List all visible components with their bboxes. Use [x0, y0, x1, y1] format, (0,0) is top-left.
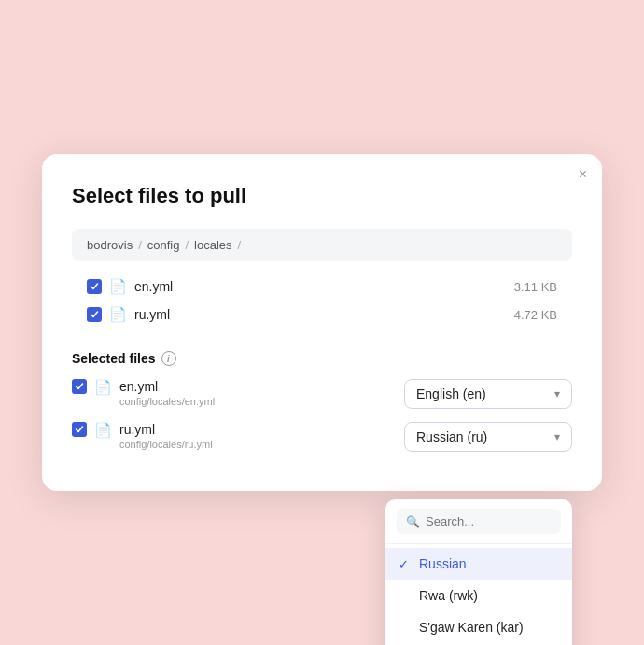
selected-files-section: Selected files i: [72, 351, 572, 366]
option-label: Russian: [419, 556, 467, 571]
breadcrumb-sep: /: [138, 238, 142, 252]
selected-checkbox-en[interactable]: [72, 379, 87, 394]
selected-file-name: en.yml: [119, 379, 215, 394]
selected-checkbox-ru[interactable]: [72, 422, 87, 437]
chevron-down-icon: ▾: [554, 430, 560, 443]
search-icon: 🔍: [406, 515, 420, 528]
breadcrumb-part: bodrovis: [87, 238, 133, 252]
breadcrumb-sep: /: [185, 238, 189, 252]
selected-file-row-en: 📄 en.yml config/locales/en.yml English (…: [72, 379, 572, 409]
dropdown-option-russian[interactable]: ✓ Russian: [385, 548, 572, 580]
file-icon: 📄: [94, 379, 112, 396]
breadcrumb: bodrovis / config / locales /: [72, 229, 572, 261]
dropdown-options-list: ✓ Russian Rwa (rwk) S'gaw Karen (kar) Sa…: [385, 544, 572, 645]
dropdown-search-area: 🔍: [385, 499, 572, 544]
breadcrumb-sep: /: [238, 238, 242, 252]
chevron-down-icon: ▾: [554, 387, 560, 400]
option-label: S'gaw Karen (kar): [419, 620, 524, 635]
breadcrumb-part: config: [147, 238, 180, 252]
selected-file-row-ru: 📄 ru.yml config/locales/ru.yml Russian (…: [72, 422, 572, 452]
table-row[interactable]: 📄 en.yml 3.11 KB: [72, 273, 572, 301]
dropdown-value: Russian (ru): [416, 429, 487, 444]
selected-file-name: ru.yml: [119, 422, 213, 437]
file-name: ru.yml: [134, 307, 170, 322]
file-icon: 📄: [94, 422, 112, 439]
selected-file-path: config/locales/en.yml: [119, 396, 215, 407]
selected-file-path: config/locales/ru.yml: [119, 439, 213, 450]
option-label: Rwa (rwk): [419, 588, 478, 603]
modal-title: Select files to pull: [72, 184, 572, 208]
dropdown-search-input[interactable]: [426, 514, 552, 528]
dropdown-value: English (en): [416, 386, 486, 401]
dropdown-option-sgaw[interactable]: S'gaw Karen (kar): [385, 611, 572, 643]
breadcrumb-part: locales: [194, 238, 231, 252]
dropdown-option-rwa[interactable]: Rwa (rwk): [385, 580, 572, 611]
language-dropdown-ru[interactable]: Russian (ru) ▾: [404, 422, 572, 452]
file-icon: 📄: [109, 278, 127, 295]
file-list: 📄 en.yml 3.11 KB 📄 ru.yml 4.72 KB: [72, 273, 572, 329]
section-label-text: Selected files: [72, 351, 156, 366]
language-dropdown-menu: 🔍 ✓ Russian Rwa (rwk) S'gaw Karen (kar) …: [385, 499, 572, 645]
file-size: 3.11 KB: [514, 280, 557, 294]
checkmark-icon: ✓: [399, 557, 412, 571]
file-size: 4.72 KB: [514, 308, 557, 322]
info-icon: i: [161, 351, 176, 366]
modal: × Select files to pull bodrovis / config…: [42, 154, 602, 491]
table-row[interactable]: 📄 ru.yml 4.72 KB: [72, 301, 572, 329]
file-checkbox-ru[interactable]: [87, 307, 102, 322]
language-dropdown-en[interactable]: English (en) ▾: [404, 379, 572, 409]
file-icon: 📄: [109, 306, 127, 323]
file-checkbox-en[interactable]: [87, 279, 102, 294]
file-name: en.yml: [134, 279, 173, 294]
close-button[interactable]: ×: [579, 167, 587, 182]
